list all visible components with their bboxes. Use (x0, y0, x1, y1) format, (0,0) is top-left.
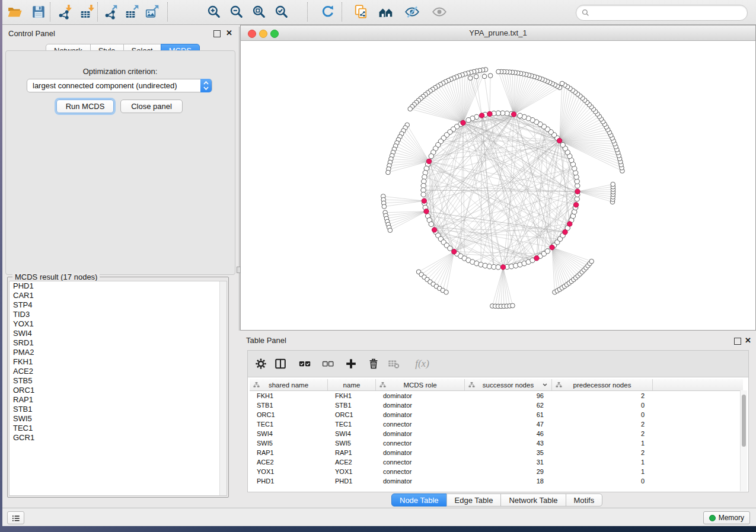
graph-hub-node[interactable] (422, 198, 426, 203)
table-scrollbar[interactable] (740, 390, 747, 491)
show-all-button[interactable] (430, 3, 448, 21)
zoom-in-button[interactable] (205, 3, 223, 21)
zoom-selected-button[interactable] (273, 3, 291, 21)
graph-hub-node[interactable] (452, 249, 457, 254)
graph-node[interactable] (408, 107, 413, 111)
task-history-button[interactable] (7, 511, 24, 524)
table-row[interactable]: TEC1TEC1connector472 (250, 419, 743, 429)
graph-hub-node[interactable] (487, 111, 492, 116)
table-row[interactable]: ORC1ORC1dominator610 (250, 410, 743, 419)
table-row[interactable]: STB1STB1dominator620 (250, 400, 743, 410)
graph-hub-node[interactable] (550, 245, 554, 249)
float-table-panel-icon[interactable] (734, 338, 741, 345)
close-table-panel-icon[interactable]: ✕ (745, 337, 751, 344)
import-network-button[interactable] (56, 3, 74, 21)
run-mcds-button[interactable]: Run MCDS (56, 100, 114, 113)
settings-gear-button[interactable] (253, 355, 269, 372)
graph-node[interactable] (511, 303, 515, 308)
network-graph[interactable] (241, 41, 755, 330)
graph-hub-node[interactable] (567, 222, 572, 226)
mcds-result-item[interactable]: TEC1 (9, 424, 227, 433)
mcds-result-item[interactable]: STB5 (9, 376, 227, 386)
graph-node[interactable] (448, 246, 452, 251)
graph-node[interactable] (496, 69, 501, 74)
column-header-MCDS-role[interactable]: MCDS role (376, 379, 465, 390)
mcds-result-item[interactable]: FKH1 (9, 357, 227, 367)
tab-edge-table[interactable]: Edge Table (446, 493, 502, 507)
graph-node[interactable] (560, 81, 564, 86)
graph-node[interactable] (388, 228, 393, 233)
graph-hub-node[interactable] (573, 203, 578, 207)
memory-button[interactable]: Memory (703, 511, 750, 524)
graph-hub-node[interactable] (534, 256, 539, 261)
tab-node-table[interactable]: Node Table (391, 493, 447, 507)
graph-node[interactable] (421, 192, 426, 197)
table-row[interactable]: PHD1PHD1dominator180 (250, 476, 743, 486)
mcds-result-item[interactable]: RAP1 (9, 395, 227, 405)
export-network-button[interactable] (102, 3, 120, 21)
mcds-result-item[interactable]: SWI4 (9, 329, 227, 338)
table-row[interactable]: SWI4SWI4dominator462 (250, 429, 743, 438)
mcds-result-item[interactable]: SWI5 (9, 414, 227, 424)
first-neighbors-button[interactable] (377, 3, 395, 21)
graph-hub-node[interactable] (426, 159, 431, 164)
close-panel-button[interactable]: Close panel (120, 100, 183, 113)
table-row[interactable]: RAP1RAP1dominator352 (250, 448, 743, 457)
mcds-result-item[interactable]: YOX1 (9, 319, 227, 329)
mcds-result-item[interactable]: SRD1 (9, 338, 227, 348)
column-header-successor-nodes[interactable]: successor nodes (465, 379, 552, 390)
graph-node[interactable] (482, 74, 487, 79)
graph-node[interactable] (560, 142, 565, 147)
graph-node[interactable] (518, 113, 522, 118)
graph-hub-node[interactable] (500, 265, 505, 270)
graph-node[interactable] (545, 249, 550, 254)
graph-hub-node[interactable] (511, 112, 516, 117)
refresh-button[interactable] (319, 3, 337, 21)
graph-node[interactable] (611, 182, 615, 187)
close-panel-icon[interactable]: ✕ (226, 30, 232, 37)
mcds-result-item[interactable]: ORC1 (9, 386, 227, 395)
select-all-columns-button[interactable] (296, 355, 313, 372)
graph-node[interactable] (444, 290, 449, 294)
table-scrollbar-thumb[interactable] (742, 395, 746, 447)
column-header-shared-name[interactable]: shared name (250, 379, 328, 390)
graph-node[interactable] (589, 259, 594, 264)
mcds-result-item[interactable]: STB1 (9, 405, 227, 414)
table-row[interactable]: SWI5SWI5connector431 (250, 438, 743, 448)
table-row[interactable]: FKH1FKH1dominator962 (250, 391, 743, 400)
zoom-out-button[interactable] (228, 3, 245, 21)
mcds-result-scrollbar[interactable] (219, 281, 227, 495)
graph-hub-node[interactable] (461, 120, 465, 125)
graph-node[interactable] (496, 265, 500, 270)
graph-hub-node[interactable] (557, 138, 562, 143)
open-file-button[interactable] (6, 3, 24, 21)
graph-node[interactable] (429, 222, 433, 226)
add-column-button[interactable] (343, 355, 359, 372)
network-canvas[interactable] (241, 41, 755, 330)
column-header-name[interactable]: name (328, 379, 376, 390)
hide-selected-button[interactable] (403, 3, 421, 21)
zoom-fit-button[interactable] (250, 3, 268, 21)
table-row[interactable]: ACE2ACE2connector311 (250, 457, 743, 467)
graph-hub-node[interactable] (479, 113, 484, 118)
mcds-result-item[interactable]: STP4 (9, 300, 227, 310)
optimization-select[interactable]: largest connected component (undirected) (27, 79, 212, 92)
new-network-from-selection-button[interactable] (352, 3, 370, 21)
mcds-result-item[interactable]: GCR1 (9, 433, 227, 443)
unselect-all-columns-button[interactable] (320, 355, 336, 372)
mcds-result-item[interactable]: PHD1 (9, 281, 227, 291)
graph-node[interactable] (474, 75, 479, 79)
export-image-button[interactable] (143, 3, 161, 21)
save-session-button[interactable] (30, 3, 47, 21)
tab-network-table[interactable]: Network Table (500, 493, 566, 507)
graph-node[interactable] (488, 73, 493, 78)
graph-hub-node[interactable] (575, 189, 580, 194)
table-row[interactable]: YOX1YOX1connector291 (250, 467, 743, 476)
graph-node[interactable] (468, 76, 473, 81)
graph-node[interactable] (386, 170, 391, 175)
search-box[interactable] (576, 5, 748, 21)
mcds-result-item[interactable]: PMA2 (9, 348, 227, 357)
show-columns-button[interactable] (272, 355, 289, 372)
graph-node[interactable] (382, 204, 387, 209)
graph-node[interactable] (429, 153, 433, 158)
